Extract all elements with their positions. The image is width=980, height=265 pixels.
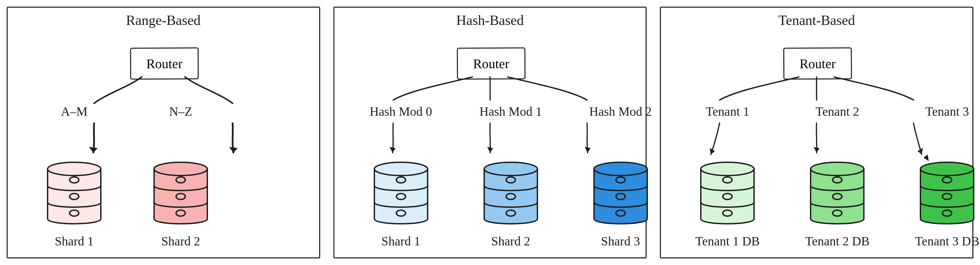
branch-label: N–Z xyxy=(161,104,200,119)
svg-point-24 xyxy=(811,162,864,176)
branch-label: Tenant 2 xyxy=(804,104,870,119)
shard-caption: Shard 3 xyxy=(594,234,647,248)
db-icon-tenant3 xyxy=(915,157,979,230)
shard-caption: Shard 2 xyxy=(154,234,207,248)
branch-label: Hash Mod 1 xyxy=(474,104,547,119)
shard-caption: Shard 1 xyxy=(374,234,428,248)
svg-point-28 xyxy=(920,162,974,176)
db-icon-shard3 xyxy=(589,157,652,230)
db-icon-shard2 xyxy=(479,157,542,230)
branch-label: A–M xyxy=(54,104,94,119)
branch-label: Hash Mod 0 xyxy=(364,104,438,119)
shard-caption: Shard 2 xyxy=(484,234,538,248)
shard-caption: Tenant 1 DB xyxy=(691,234,764,248)
svg-point-20 xyxy=(701,162,754,176)
svg-point-12 xyxy=(484,162,538,176)
db-icon-shard1 xyxy=(369,157,433,230)
shard-caption: Tenant 3 DB xyxy=(910,234,980,248)
svg-point-8 xyxy=(374,162,428,176)
db-icon-tenant2 xyxy=(806,157,869,230)
db-icon-shard1 xyxy=(43,157,106,230)
diagram-stage: Range-Based Router A–M N–Z xyxy=(0,0,980,265)
svg-point-4 xyxy=(154,162,207,176)
shard-caption: Shard 1 xyxy=(48,234,101,248)
db-icon-shard2 xyxy=(149,157,212,230)
svg-point-16 xyxy=(594,162,647,176)
db-icon-tenant1 xyxy=(696,157,759,230)
svg-point-0 xyxy=(48,162,101,176)
panel-tenant-based: Tenant-Based Router Tenant 1 Tenant xyxy=(660,6,974,259)
branch-label: Tenant 1 xyxy=(694,104,761,119)
branch-label: Hash Mod 2 xyxy=(584,104,657,119)
branch-label: Tenant 3 xyxy=(914,104,980,119)
panel-range-based: Range-Based Router A–M N–Z xyxy=(6,6,320,259)
panel-hash-based: Hash-Based Router Hash Mod 0 Hash Mod 1 … xyxy=(333,6,647,259)
shard-caption: Tenant 2 DB xyxy=(801,234,874,248)
